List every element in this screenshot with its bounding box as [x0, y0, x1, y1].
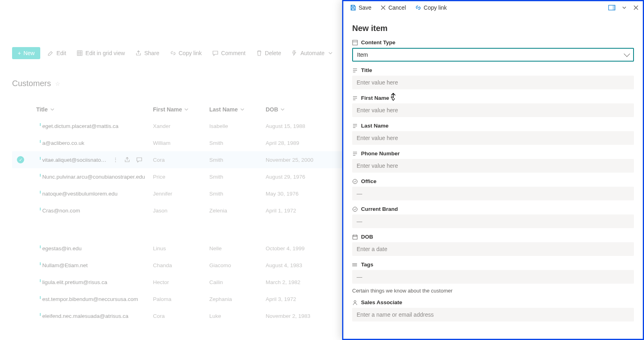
- text-icon: [352, 95, 358, 101]
- link-icon: [415, 4, 421, 11]
- item-icon: [36, 313, 41, 316]
- save-button[interactable]: Save: [347, 3, 374, 12]
- office-input[interactable]: —: [352, 187, 634, 200]
- svg-point-4: [353, 179, 357, 183]
- favorite-star-icon[interactable]: ☆: [55, 80, 60, 87]
- content-type-label: Content Type: [361, 39, 395, 45]
- chevron-down-icon: [184, 107, 188, 111]
- grid-icon: [76, 50, 83, 56]
- close-icon: [380, 5, 386, 10]
- choice-icon: [352, 179, 358, 184]
- content-type-icon: [352, 40, 358, 45]
- item-icon: [36, 208, 41, 210]
- tags-icon: [352, 262, 358, 268]
- link-icon: [170, 50, 176, 56]
- copy-link-panel-button[interactable]: Copy link: [413, 3, 450, 12]
- first-name-input[interactable]: Enter value here: [352, 103, 634, 117]
- pencil-icon: [47, 50, 54, 56]
- col-title[interactable]: Title: [36, 106, 153, 113]
- item-icon: [36, 245, 41, 248]
- copy-link-button[interactable]: Copy link: [167, 47, 205, 59]
- svg-point-8: [352, 264, 353, 265]
- item-icon: [36, 174, 41, 177]
- dob-label: DOB: [361, 234, 373, 240]
- cancel-button[interactable]: Cancel: [378, 3, 409, 12]
- text-icon: [352, 68, 358, 73]
- svg-rect-0: [77, 51, 82, 56]
- comment-button[interactable]: Comment: [209, 47, 249, 59]
- edit-button[interactable]: Edit: [44, 47, 69, 59]
- new-item-panel: Save Cancel Copy link: [342, 0, 644, 340]
- item-icon: [36, 157, 41, 160]
- phone-label: Phone Number: [361, 150, 400, 157]
- item-icon: [36, 279, 41, 282]
- brand-label: Current Brand: [361, 206, 398, 212]
- chevron-down-icon[interactable]: [622, 5, 627, 10]
- brand-input[interactable]: —: [352, 214, 634, 228]
- plus-icon: +: [18, 50, 21, 56]
- person-icon: [352, 300, 358, 305]
- title-input[interactable]: Enter value here: [352, 76, 634, 89]
- delete-button[interactable]: Delete: [253, 47, 284, 59]
- content-type-dropdown[interactable]: Item: [352, 48, 634, 62]
- choice-icon: [352, 206, 358, 212]
- panel-title: New item: [352, 24, 634, 33]
- share-button[interactable]: Share: [132, 47, 162, 59]
- command-bar: + New Edit Edit in grid view Share: [12, 46, 353, 60]
- share-icon[interactable]: [124, 157, 130, 163]
- chevron-down-icon: [328, 51, 332, 55]
- svg-point-7: [352, 263, 353, 264]
- text-icon: [352, 123, 358, 129]
- calendar-icon: [352, 234, 358, 240]
- item-icon: [36, 296, 41, 299]
- dob-input[interactable]: Enter a date: [352, 242, 634, 256]
- save-icon: [350, 4, 356, 11]
- tags-input[interactable]: —: [352, 270, 634, 284]
- share-icon: [135, 50, 142, 56]
- item-icon: [36, 140, 41, 143]
- col-first[interactable]: First Name: [153, 106, 209, 113]
- chevron-down-icon: [240, 107, 244, 111]
- tags-helper: Certain things we know about the custome…: [352, 288, 634, 294]
- new-label: New: [23, 50, 35, 56]
- svg-rect-2: [613, 5, 615, 10]
- first-name-label: First Name *: [361, 95, 393, 101]
- dock-icon[interactable]: [608, 5, 615, 10]
- list-title: Customers: [12, 79, 51, 88]
- chevron-down-icon: [281, 107, 285, 111]
- close-panel-button[interactable]: [633, 5, 639, 10]
- last-name-input[interactable]: Enter value here: [352, 131, 634, 145]
- office-label: Office: [361, 178, 376, 184]
- comment-icon: [212, 50, 219, 56]
- flow-icon: [291, 50, 298, 56]
- svg-point-5: [353, 207, 357, 211]
- sales-input[interactable]: Enter a name or email address: [352, 308, 634, 321]
- col-last[interactable]: Last Name: [209, 106, 266, 113]
- edit-in-grid-button[interactable]: Edit in grid view: [73, 47, 128, 59]
- last-name-label: Last Name: [361, 123, 388, 129]
- chevron-down-icon: [50, 107, 54, 111]
- phone-input[interactable]: Enter value here: [352, 159, 634, 173]
- trash-icon: [256, 50, 262, 56]
- item-icon: [36, 262, 41, 265]
- svg-rect-6: [353, 235, 357, 239]
- item-icon: [36, 123, 41, 126]
- svg-rect-3: [353, 40, 357, 45]
- chevron-down-icon: [624, 51, 630, 57]
- svg-point-10: [354, 301, 356, 303]
- comment-icon[interactable]: [136, 157, 142, 163]
- automate-button[interactable]: Automate: [288, 47, 336, 59]
- sales-label: Sales Associate: [361, 299, 402, 305]
- panel-toolbar: Save Cancel Copy link: [343, 1, 643, 14]
- ellipsis-icon[interactable]: ⋮: [113, 157, 118, 163]
- svg-point-9: [352, 266, 353, 266]
- title-label: Title: [361, 67, 372, 73]
- text-icon: [352, 151, 358, 157]
- tags-label: Tags: [361, 262, 374, 268]
- check-icon[interactable]: ✓: [17, 156, 24, 163]
- new-button[interactable]: + New: [12, 47, 40, 59]
- item-icon: [36, 191, 41, 194]
- col-dob[interactable]: DOB: [266, 106, 330, 113]
